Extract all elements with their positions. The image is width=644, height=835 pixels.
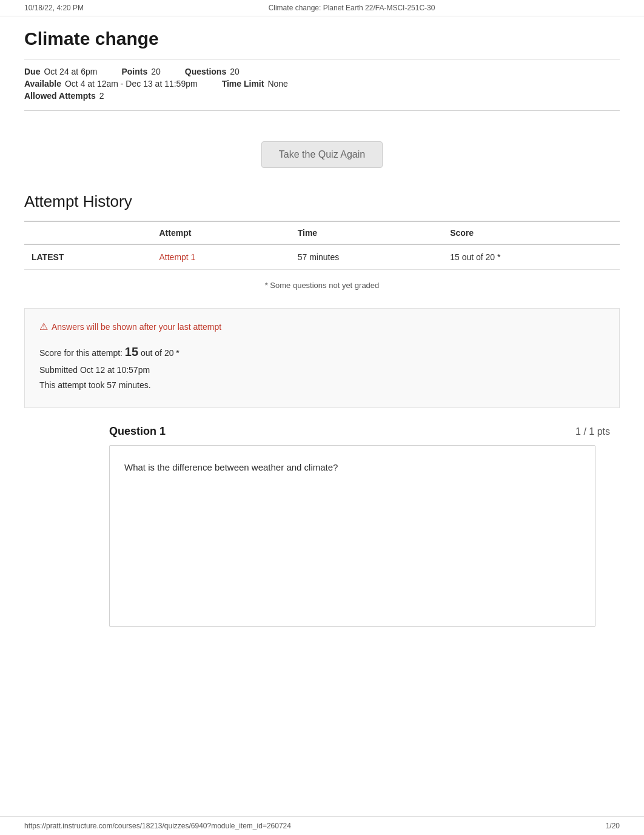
meta-allowed-attempts: Allowed Attempts 2 xyxy=(24,91,104,101)
allowed-attempts-label: Allowed Attempts xyxy=(24,91,96,101)
available-value: Oct 4 at 12am - Dec 13 at 11:59pm xyxy=(65,79,198,89)
meta-points: Points 20 xyxy=(121,67,160,76)
attempt-1-link[interactable]: Attempt 1 xyxy=(159,252,195,262)
meta-questions: Questions 20 xyxy=(185,67,240,76)
score-line-1: Score for this attempt: 15 out of 20 * xyxy=(39,341,605,363)
meta-time-limit: Time Limit None xyxy=(222,79,288,89)
col-header-score: Score xyxy=(443,221,620,244)
attempt-link-cell: Attempt 1 xyxy=(152,244,290,270)
allowed-attempts-value: 2 xyxy=(99,91,104,101)
question-1-header: Question 1 1 / 1 pts xyxy=(24,418,620,445)
question-1-text: What is the difference between weather a… xyxy=(124,460,580,475)
quiz-meta: Due Oct 24 at 6pm Points 20 Questions 20… xyxy=(24,59,620,111)
latest-badge: LATEST xyxy=(24,244,152,270)
attempt-history-title: Attempt History xyxy=(24,192,620,211)
submitted-line: Submitted Oct 12 at 10:57pm xyxy=(39,363,605,378)
questions-label: Questions xyxy=(185,67,226,76)
score-suffix: out of 20 * xyxy=(141,348,179,358)
meta-row-1: Due Oct 24 at 6pm Points 20 Questions 20 xyxy=(24,67,620,76)
questions-value: 20 xyxy=(230,67,240,76)
available-label: Available xyxy=(24,79,61,89)
col-header-attempt: Attempt xyxy=(152,221,290,244)
due-value: Oct 24 at 6pm xyxy=(44,67,97,76)
col-header-badge xyxy=(24,221,152,244)
retake-quiz-button[interactable]: Take the Quiz Again xyxy=(261,141,383,168)
top-bar: 10/18/22, 4:20 PM Climate change: Planet… xyxy=(0,0,644,16)
page-title: Climate change xyxy=(24,29,620,49)
answers-notice: ⚠ Answers will be shown after your last … xyxy=(39,321,605,332)
score-big-number: 15 xyxy=(125,345,138,358)
points-value: 20 xyxy=(151,67,161,76)
main-content: Climate change Due Oct 24 at 6pm Points … xyxy=(0,16,644,676)
answers-notice-text: Answers will be shown after your last at… xyxy=(52,322,221,332)
warning-icon: ⚠ xyxy=(39,321,48,332)
table-footnote: * Some questions not yet graded xyxy=(24,276,620,302)
question-1-section: Question 1 1 / 1 pts What is the differe… xyxy=(24,418,620,627)
points-label: Points xyxy=(121,67,147,76)
attempt-duration-line: This attempt took 57 minutes. xyxy=(39,378,605,393)
col-header-time: Time xyxy=(290,221,443,244)
question-1-pts: 1 / 1 pts xyxy=(575,426,610,437)
answers-notice-box: ⚠ Answers will be shown after your last … xyxy=(24,308,620,408)
time-limit-label: Time Limit xyxy=(222,79,264,89)
due-label: Due xyxy=(24,67,40,76)
score-info: Score for this attempt: 15 out of 20 * S… xyxy=(39,341,605,393)
attempt-history-table: Attempt Time Score LATEST Attempt 1 57 m… xyxy=(24,221,620,270)
timestamp: 10/18/22, 4:20 PM xyxy=(24,4,84,12)
meta-row-2: Available Oct 4 at 12am - Dec 13 at 11:5… xyxy=(24,79,620,89)
meta-available: Available Oct 4 at 12am - Dec 13 at 11:5… xyxy=(24,79,198,89)
table-header-row: Attempt Time Score xyxy=(24,221,620,244)
table-row: LATEST Attempt 1 57 minutes 15 out of 20… xyxy=(24,244,620,270)
score-prefix: Score for this attempt: xyxy=(39,348,122,358)
course-title: Climate change: Planet Earth 22/FA-MSCI-… xyxy=(269,4,435,12)
attempt-time: 57 minutes xyxy=(290,244,443,270)
question-1-title: Question 1 xyxy=(109,425,166,438)
question-1-body: What is the difference between weather a… xyxy=(109,445,595,627)
button-area: Take the Quiz Again xyxy=(24,123,620,180)
meta-row-3: Allowed Attempts 2 xyxy=(24,91,620,101)
time-limit-value: None xyxy=(267,79,287,89)
attempt-score: 15 out of 20 * xyxy=(443,244,620,270)
meta-due: Due Oct 24 at 6pm xyxy=(24,67,97,76)
